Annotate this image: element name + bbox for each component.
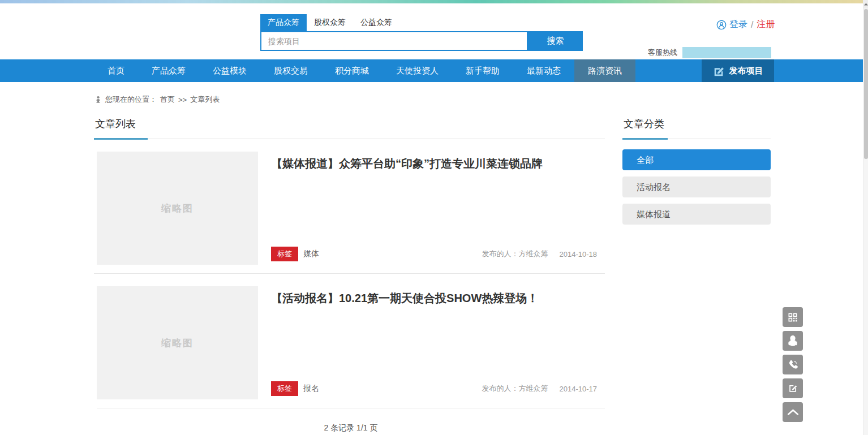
pencil-paper-icon bbox=[713, 66, 725, 76]
login-link[interactable]: 登录 bbox=[729, 19, 747, 31]
main-nav: 首页 产品众筹 公益模块 股权交易 积分商城 天使投资人 新手帮助 最新动态 路… bbox=[0, 59, 868, 82]
publisher: 发布的人：方维众筹 bbox=[482, 249, 548, 259]
nav-item-points-mall[interactable]: 积分商城 bbox=[321, 59, 383, 82]
qr-code-button[interactable] bbox=[783, 307, 803, 327]
feedback-edit-button[interactable] bbox=[783, 378, 803, 398]
account-links: 登录 / 注册 bbox=[716, 19, 775, 31]
breadcrumb: 您现在的位置： 首页 >> 文章列表 bbox=[94, 94, 868, 105]
search-tab-equity[interactable]: 股权众筹 bbox=[307, 14, 353, 31]
tag-badge: 标签 bbox=[271, 381, 298, 396]
category-header: 文章分类 bbox=[622, 115, 771, 139]
nav-item-latest-news[interactable]: 最新动态 bbox=[513, 59, 574, 82]
nav-item-beginner-help[interactable]: 新手帮助 bbox=[452, 59, 513, 82]
site-header: 产品众筹 股权众筹 公益众筹 搜索 登录 / 注册 客服热线 bbox=[0, 3, 868, 59]
nav-item-product-crowdfunding[interactable]: 产品众筹 bbox=[138, 59, 199, 82]
article-title-link[interactable]: 【活动报名】10.21第一期天使合投SHOW热辣登场！ bbox=[271, 291, 605, 305]
nav-item-equity-trading[interactable]: 股权交易 bbox=[260, 59, 321, 82]
scrollbar-up-arrow[interactable] bbox=[863, 0, 868, 8]
article-item: 缩略图 【活动报名】10.21第一期天使合投SHOW热辣登场！ 标签 报名 发布… bbox=[94, 273, 605, 408]
search-tab-product[interactable]: 产品众筹 bbox=[260, 14, 307, 31]
floating-toolbar bbox=[783, 307, 803, 426]
tag-badge: 标签 bbox=[271, 247, 298, 261]
breadcrumb-home-link[interactable]: 首页 bbox=[160, 94, 175, 105]
search-tab-charity[interactable]: 公益众筹 bbox=[353, 14, 399, 31]
breadcrumb-separator: >> bbox=[178, 96, 187, 104]
scrollbar-thumb[interactable] bbox=[864, 9, 868, 159]
article-item: 缩略图 【媒体报道】众筹平台助“印象”打造专业川菜连锁品牌 标签 媒体 发布的人… bbox=[94, 139, 605, 273]
main-layout: 文章列表 缩略图 【媒体报道】众筹平台助“印象”打造专业川菜连锁品牌 标签 媒体… bbox=[94, 115, 774, 433]
category-item-event-signup[interactable]: 活动报名 bbox=[622, 176, 771, 197]
category-item-all[interactable]: 全部 bbox=[622, 149, 771, 170]
search-tabs: 产品众筹 股权众筹 公益众筹 bbox=[260, 14, 583, 31]
qr-code-icon bbox=[787, 312, 798, 323]
list-footer-divider: 2 条记录 1/1 页 bbox=[97, 408, 605, 433]
tag-text[interactable]: 媒体 bbox=[303, 249, 319, 259]
browser-scrollbar[interactable] bbox=[863, 0, 868, 435]
qq-penguin-icon bbox=[787, 335, 798, 347]
search-block: 产品众筹 股权众筹 公益众筹 搜索 bbox=[260, 14, 583, 51]
category-sidebar: 文章分类 全部 活动报名 媒体报道 bbox=[622, 115, 771, 433]
hotline-label: 客服热线 bbox=[648, 48, 677, 58]
category-item-media-report[interactable]: 媒体报道 bbox=[622, 204, 771, 225]
breadcrumb-current: 文章列表 bbox=[190, 94, 220, 105]
article-date: 2014-10-18 bbox=[560, 250, 598, 259]
publish-project-label: 发布项目 bbox=[729, 66, 763, 76]
pagination-summary: 2 条记录 1/1 页 bbox=[97, 423, 605, 433]
hotline: 客服热线 bbox=[648, 47, 771, 58]
category-list: 全部 活动报名 媒体报道 bbox=[622, 149, 771, 225]
register-link[interactable]: 注册 bbox=[757, 19, 775, 31]
location-pin-icon bbox=[94, 96, 102, 104]
article-thumbnail[interactable]: 缩略图 bbox=[97, 286, 258, 399]
article-body: 【媒体报道】众筹平台助“印象”打造专业川菜连锁品牌 标签 媒体 发布的人：方维众… bbox=[271, 152, 605, 265]
search-button[interactable]: 搜索 bbox=[528, 31, 583, 51]
publish-project-button[interactable]: 发布项目 bbox=[702, 59, 774, 82]
article-thumbnail[interactable]: 缩略图 bbox=[97, 152, 258, 265]
category-title: 文章分类 bbox=[624, 118, 664, 130]
nav-item-charity-module[interactable]: 公益模块 bbox=[199, 59, 260, 82]
search-input[interactable] bbox=[260, 31, 528, 51]
chevron-up-icon bbox=[787, 408, 799, 416]
user-icon bbox=[716, 20, 727, 30]
phone-button[interactable] bbox=[783, 355, 803, 374]
qq-contact-button[interactable] bbox=[783, 331, 803, 351]
article-list-title: 文章列表 bbox=[95, 118, 136, 130]
article-meta: 标签 报名 发布的人：方维众筹 2014-10-17 bbox=[271, 381, 605, 396]
nav-item-home[interactable]: 首页 bbox=[94, 59, 138, 82]
edit-icon bbox=[788, 383, 798, 394]
breadcrumb-prefix: 您现在的位置： bbox=[105, 94, 157, 105]
nav-item-roadshow-news[interactable]: 路演资讯 bbox=[574, 59, 635, 82]
article-list-column: 文章列表 缩略图 【媒体报道】众筹平台助“印象”打造专业川菜连锁品牌 标签 媒体… bbox=[94, 115, 605, 433]
article-body: 【活动报名】10.21第一期天使合投SHOW热辣登场！ 标签 报名 发布的人：方… bbox=[271, 286, 605, 399]
nav-item-angel-investors[interactable]: 天使投资人 bbox=[383, 59, 452, 82]
search-row: 搜索 bbox=[260, 31, 583, 51]
publisher: 发布的人：方维众筹 bbox=[482, 384, 548, 394]
tag-text[interactable]: 报名 bbox=[303, 384, 319, 394]
article-title-link[interactable]: 【媒体报道】众筹平台助“印象”打造专业川菜连锁品牌 bbox=[271, 156, 605, 171]
article-meta: 标签 媒体 发布的人：方维众筹 2014-10-18 bbox=[271, 247, 605, 261]
article-date: 2014-10-17 bbox=[560, 385, 598, 393]
scroll-to-top-button[interactable] bbox=[783, 402, 803, 422]
account-divider: / bbox=[751, 20, 753, 30]
phone-icon bbox=[788, 359, 798, 370]
article-list-header: 文章列表 bbox=[94, 115, 605, 139]
hotline-number-box bbox=[682, 47, 771, 58]
